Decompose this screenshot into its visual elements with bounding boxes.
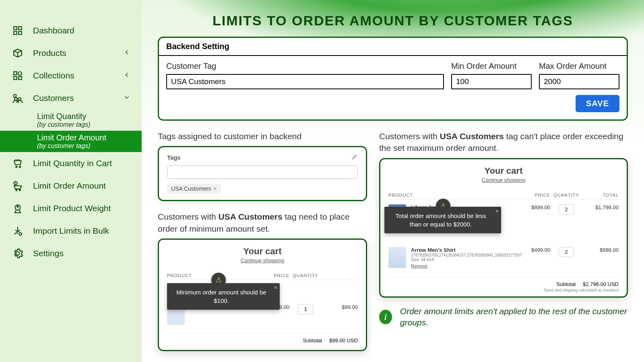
dashboard-icon <box>11 24 24 37</box>
close-icon[interactable]: × <box>274 284 277 292</box>
svg-text:$: $ <box>15 182 17 185</box>
min-caption: Customers with USA Customers tag need to… <box>158 211 367 234</box>
svg-point-11 <box>19 166 21 167</box>
svg-point-10 <box>16 166 17 167</box>
info-callout: i Order amount limits aren't applied to … <box>379 306 628 329</box>
sidebar-item-limit-order-amount[interactable]: $ Limit Order Amount <box>0 175 142 197</box>
sidebar-item-limit-quantity-cart[interactable]: Limit Quantity in Cart <box>0 152 142 175</box>
sidebar-item-import-limits[interactable]: Import Limits in Bulk <box>0 220 142 242</box>
svg-point-15 <box>19 189 21 191</box>
info-icon: i <box>379 310 392 324</box>
remove-link[interactable]: Remove <box>411 263 427 268</box>
chevron-left-icon <box>123 48 130 58</box>
tag-chip-label: USA Customers <box>171 185 211 192</box>
row-price: $899.00 <box>522 204 550 210</box>
sidebar-item-label: Limit Product Weight <box>33 204 111 213</box>
cart-title: Your cart <box>388 166 619 176</box>
qty-input[interactable] <box>298 304 313 314</box>
cart-icon <box>11 157 24 170</box>
sidebar-item-collections[interactable]: Collections <box>0 64 142 87</box>
box-icon <box>11 47 24 60</box>
panel-header: Backend Setting <box>159 38 627 56</box>
product-thumb <box>388 247 406 268</box>
tags-input[interactable] <box>167 165 358 179</box>
sidebar: Dashboard Products Collections Customers… <box>0 0 142 362</box>
max-order-input[interactable] <box>539 74 619 89</box>
max-order-label: Max Order Amount <box>539 62 619 71</box>
cart-row: Arrow Men's Shirt 278783983709,274135384… <box>388 242 619 274</box>
page-title: LIMITS TO ORDER AMOUNT BY CUSTOMER TAGS <box>158 13 628 29</box>
product-name: Arrow Men's Shirt <box>411 247 522 253</box>
col-product: PRODUCT <box>388 193 522 197</box>
tags-box: Tags USA Customers × <box>158 146 367 201</box>
product-size: Size: 34 Inch <box>411 257 522 262</box>
min-order-input[interactable] <box>451 74 532 89</box>
product-meta: 278783983709,274135384157,278783950941,1… <box>411 253 522 257</box>
pencil-icon[interactable] <box>351 154 358 161</box>
row-total: $99.00 <box>322 304 358 310</box>
sidebar-item-label: Limit Order Amount <box>33 181 106 191</box>
import-icon <box>11 224 24 237</box>
col-qty: QUANTITY <box>289 273 322 278</box>
sidebar-sub-limit-order-amount-tags[interactable]: Limit Order Amount (by customer tags) <box>0 131 142 152</box>
svg-point-18 <box>19 232 22 235</box>
svg-point-5 <box>18 72 22 75</box>
customer-tag-label: Customer Tag <box>166 62 444 71</box>
svg-rect-2 <box>14 31 17 35</box>
sidebar-item-label: Collections <box>33 71 74 80</box>
sidebar-item-settings[interactable]: Settings <box>0 242 142 265</box>
svg-rect-4 <box>14 72 17 75</box>
chevron-down-icon <box>123 93 130 103</box>
sidebar-item-label: Limit Quantity in Cart <box>33 158 112 168</box>
customers-icon <box>11 92 24 105</box>
tags-header: Tags <box>167 154 181 161</box>
svg-rect-1 <box>19 27 22 30</box>
max-caption: Customers with USA Customers tag can't p… <box>379 130 628 154</box>
min-order-label: Min Order Amount <box>451 62 532 71</box>
sidebar-sub-label: Limit Quantity <box>37 112 130 121</box>
tag-chip-remove-icon[interactable]: × <box>214 185 217 192</box>
sidebar-item-customers[interactable]: Customers <box>0 87 142 109</box>
svg-point-14 <box>16 189 17 191</box>
max-order-toast: Total order amount should be less than o… <box>384 207 501 233</box>
cart-note: Taxes and shipping calculated at checkou… <box>388 288 619 292</box>
sidebar-sub-limit-quantity-tags[interactable]: Limit Quantity (by customer tags) <box>0 109 142 131</box>
sidebar-sub-label: Limit Order Amount <box>37 133 130 142</box>
gear-icon <box>11 247 24 260</box>
svg-rect-6 <box>14 76 17 80</box>
sidebar-item-dashboard[interactable]: Dashboard <box>0 19 142 42</box>
svg-point-17 <box>17 206 18 207</box>
tags-caption: Tags assigned to customer in backend <box>158 130 367 142</box>
qty-input[interactable] <box>559 204 574 214</box>
cart-min-preview: Your cart Continue shopping PRODUCT PRIC… <box>158 239 367 351</box>
sidebar-item-label: Import Limits in Bulk <box>33 226 109 236</box>
row-total: $998.00 <box>582 247 619 253</box>
sidebar-item-label: Dashboard <box>33 26 74 35</box>
sidebar-sub-subtitle: (by customer tags) <box>37 121 130 128</box>
main-content: LIMITS TO ORDER AMOUNT BY CUSTOMER TAGS … <box>142 0 644 362</box>
save-button[interactable]: SAVE <box>576 95 619 112</box>
info-text: Order amount limits aren't applied to th… <box>400 306 628 329</box>
continue-shopping-link[interactable]: Continue shopping <box>388 177 619 183</box>
sidebar-item-products[interactable]: Products <box>0 42 142 64</box>
weight-icon <box>11 202 24 215</box>
col-price: PRICE <box>522 193 550 197</box>
collections-icon <box>11 69 24 82</box>
sidebar-item-limit-product-weight[interactable]: Limit Product Weight <box>0 197 142 220</box>
customer-tag-input[interactable] <box>166 74 444 89</box>
cart-title: Your cart <box>167 246 358 257</box>
svg-rect-3 <box>19 31 22 35</box>
cart-max-preview: Your cart Continue shopping PRODUCT PRIC… <box>379 158 628 298</box>
row-total: $1,798.00 <box>582 204 619 210</box>
sidebar-sub-subtitle: (by customer tags) <box>37 142 130 150</box>
svg-rect-0 <box>14 27 17 30</box>
subtotal-label: Subtotal <box>303 337 322 343</box>
close-icon[interactable]: × <box>495 208 499 216</box>
continue-shopping-link[interactable]: Continue shopping <box>167 257 358 263</box>
cart-money-icon: $ <box>11 179 24 192</box>
qty-input[interactable] <box>559 247 574 257</box>
svg-rect-7 <box>19 76 22 80</box>
tag-chip[interactable]: USA Customers × <box>167 184 221 193</box>
subtotal-value: $99.00 USD <box>329 337 358 343</box>
col-price: PRICE <box>261 273 289 278</box>
